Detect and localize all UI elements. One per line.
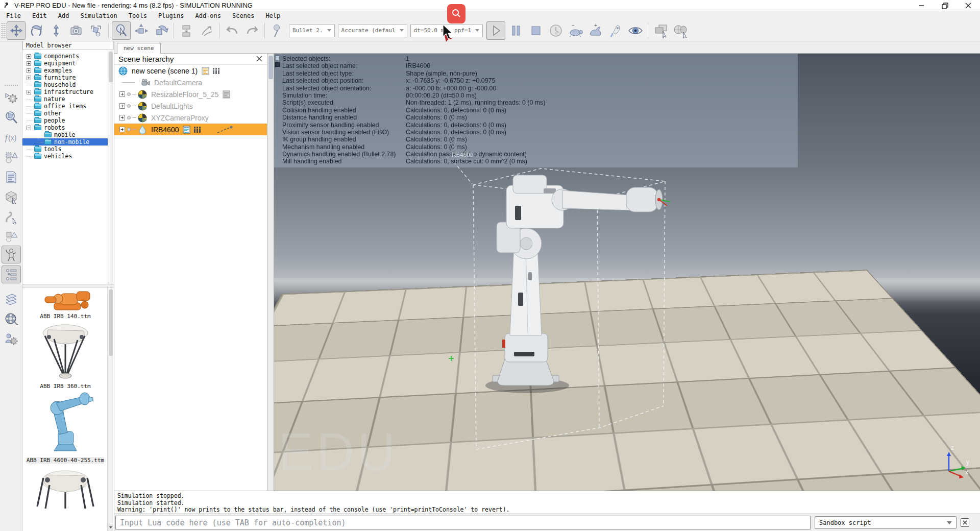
script-icon[interactable] (183, 126, 190, 134)
model-list-scrollbar[interactable] (107, 287, 113, 531)
undo-button[interactable] (223, 21, 241, 40)
tree-item-mobile[interactable]: mobile (22, 131, 108, 138)
expander-icon[interactable] (27, 68, 31, 73)
close-button[interactable] (957, 0, 980, 11)
calculation-modules-button[interactable]: f (x) (2, 128, 21, 146)
robot-arm[interactable] (493, 175, 670, 385)
collapse-overlay-button[interactable] (275, 56, 280, 60)
real-time-toggle-button[interactable]: RT (546, 21, 565, 40)
hierarchy-item-irb4600[interactable]: IRB4600 (114, 124, 267, 135)
browser-splitter[interactable] (22, 284, 114, 287)
visibility-dot[interactable] (127, 128, 131, 131)
tree-item-tools[interactable]: tools (22, 146, 108, 153)
hierarchy-item-defaultcamera[interactable]: DefaultCamera (114, 77, 267, 88)
scene-hierarchy-toggle-button[interactable] (2, 266, 21, 283)
camera-fit-button[interactable] (66, 21, 85, 40)
object-rotate-button[interactable] (152, 21, 170, 40)
menu-file[interactable]: File (6, 12, 21, 19)
expander-icon[interactable] (119, 115, 125, 120)
model-thumbnail-irb140[interactable]: ABB IRB 140.ttm (22, 289, 108, 320)
menu-tools[interactable]: Tools (129, 12, 147, 19)
layer-bars-icon[interactable] (212, 67, 220, 75)
expander-icon[interactable] (119, 103, 125, 109)
camera-selector-button[interactable] (671, 21, 690, 40)
overlay-gutter-box[interactable] (275, 62, 280, 67)
hierarchy-item-xyzcameraproxy[interactable]: XYZCameraProxy (114, 112, 267, 124)
hierarchy-item-resizablefloor[interactable]: ResizableFloor_5_25 (114, 88, 267, 100)
expander-icon[interactable] (119, 127, 125, 132)
script-icon[interactable] (223, 90, 230, 99)
expander-icon[interactable] (119, 91, 125, 97)
tree-item-people[interactable]: people (22, 117, 108, 124)
model-thumbnail-irb360[interactable]: ABB IRB 360.ttm (22, 322, 108, 390)
script-selector[interactable]: Sandbox script (815, 516, 957, 529)
transfer-dna-button[interactable] (197, 21, 216, 40)
expander-icon[interactable] (27, 90, 31, 94)
tree-item-office-items[interactable]: office items (22, 103, 108, 110)
user-settings-button[interactable] (2, 330, 21, 348)
redo-button[interactable] (242, 21, 261, 40)
assemble-button[interactable] (177, 21, 196, 40)
menu-plugins[interactable]: Plugins (158, 12, 184, 19)
close-lua-bar-button[interactable] (961, 518, 969, 527)
close-hierarchy-button[interactable] (256, 55, 264, 63)
tree-item-vehicles[interactable]: vehicles (22, 153, 108, 160)
visibility-dot[interactable] (127, 92, 131, 96)
menu-addons[interactable]: Add-ons (195, 12, 221, 19)
tab-new-scene[interactable]: new scene (117, 43, 161, 54)
visibility-dot[interactable] (127, 116, 131, 119)
collections-button[interactable] (2, 148, 21, 166)
camera-pan-button[interactable] (7, 21, 26, 40)
shape-edit-mode-button[interactable] (2, 188, 21, 206)
expander-icon[interactable] (27, 76, 31, 80)
tree-item-non-mobile[interactable]: non-mobile (22, 138, 108, 146)
page-selector-button[interactable] (651, 21, 670, 40)
tree-item-nature[interactable]: nature (22, 95, 108, 103)
video-recorder-button[interactable] (2, 310, 21, 328)
object-shift-button[interactable] (132, 21, 151, 40)
stop-simulation-button[interactable] (526, 21, 545, 40)
tree-item-other[interactable]: other (22, 110, 108, 117)
model-browser-toggle-button[interactable] (2, 246, 21, 263)
camera-zoom-button[interactable] (46, 21, 65, 40)
layer-bars-icon[interactable] (193, 126, 201, 134)
lua-code-input[interactable] (115, 516, 811, 529)
tree-item-examples[interactable]: examples (22, 67, 108, 74)
tree-item-components[interactable]: components (22, 53, 108, 60)
menu-simulation[interactable]: Simulation (81, 12, 117, 19)
expander-icon[interactable] (27, 126, 31, 130)
tree-item-equipment[interactable]: equipment (22, 60, 108, 67)
path-edit-mode-button[interactable] (2, 208, 21, 226)
speed-up-button[interactable]: + (586, 21, 605, 40)
physics-engine-select[interactable]: Bullet 2. (289, 24, 335, 37)
menu-edit[interactable]: Edit (32, 12, 47, 19)
pick-button[interactable] (268, 21, 287, 40)
model-thumbnail-irb4600[interactable]: ABB IRB 4600-40-255.ttm (22, 392, 108, 464)
restore-button[interactable] (933, 0, 957, 11)
scroll-down-button[interactable] (108, 524, 113, 531)
camera-rotate-button[interactable] (27, 21, 45, 40)
start-simulation-button[interactable] (486, 21, 505, 40)
expander-icon[interactable] (27, 54, 31, 59)
threaded-rendering-button[interactable] (606, 21, 625, 40)
hierarchy-scrollbar[interactable] (267, 54, 274, 491)
pause-simulation-button[interactable] (506, 21, 525, 40)
tree-item-household[interactable]: household (22, 81, 108, 88)
toolbar-grip[interactable] (1, 22, 6, 39)
hierarchy-item-defaultlights[interactable]: DefaultLights (114, 100, 267, 112)
selection-info-button[interactable] (2, 228, 21, 246)
visibility-dot[interactable] (127, 104, 131, 108)
object-select-button[interactable] (112, 21, 131, 40)
scripts-button[interactable] (2, 168, 21, 186)
camera-angle-button[interactable] (86, 21, 105, 40)
hierarchy-item-scene[interactable]: new scene (scene 1) (114, 65, 267, 77)
tree-item-infrastructure[interactable]: infrastructure (22, 88, 108, 95)
model-thumbnail-partial[interactable] (22, 466, 108, 509)
menu-scenes[interactable]: Scenes (232, 12, 254, 19)
slow-down-button[interactable]: − (566, 21, 585, 40)
simulation-settings-button[interactable] (2, 88, 21, 106)
menu-add[interactable]: Add (58, 12, 69, 19)
simulation-accuracy-select[interactable]: Accurate (defaul (338, 24, 407, 37)
viewport-3d[interactable]: EDU (274, 54, 980, 491)
visibility-layers-button[interactable] (626, 21, 645, 40)
